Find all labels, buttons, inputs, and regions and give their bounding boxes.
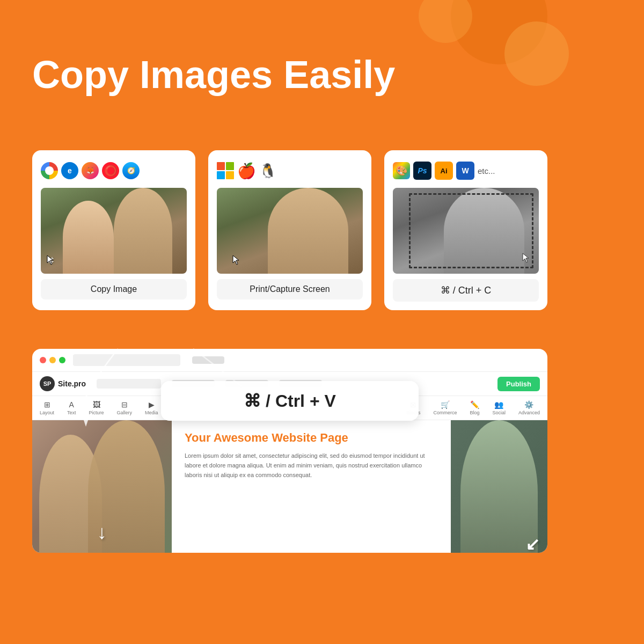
tool-layout-label: Layout: [40, 410, 54, 415]
content-page-title: Your Awesome Website Page: [185, 431, 438, 445]
shortcut-paste-text: ⌘ / Ctrl + V: [244, 391, 336, 411]
tool-blog-label: Blog: [470, 410, 479, 415]
os-card: 🍎 🐧 Print/Capture Screen: [208, 150, 371, 310]
blog-icon: ✏️: [470, 400, 479, 409]
person-content-right-img: [460, 420, 538, 553]
photo-placeholder-3: [393, 188, 539, 274]
top-cards-container: e 🦊 ⭕ 🧭 ⌗ Copy Image: [32, 150, 547, 310]
tl-green: [59, 357, 65, 363]
browser-card-image: ⌗: [41, 188, 187, 274]
windows-icon: [217, 162, 234, 179]
content-image-left: ↓: [32, 420, 172, 553]
tool-commerce-label: Commerce: [433, 410, 457, 415]
tool-text-label: Text: [67, 410, 76, 415]
firefox-icon: 🦊: [82, 162, 99, 179]
opera-icon: ⭕: [102, 162, 119, 179]
picture-icon: 🖼: [93, 400, 100, 409]
cursor-overlay-2: [232, 254, 241, 268]
linux-icon: 🐧: [259, 163, 276, 179]
bg-circle-2: [504, 21, 569, 86]
tool-social[interactable]: 👥 Social: [492, 400, 506, 415]
person-right: [114, 188, 172, 274]
os-card-image: [217, 188, 363, 274]
browser-card-label: Copy Image: [41, 279, 187, 299]
tool-advanced-label: Advanced: [518, 410, 540, 415]
tool-gallery[interactable]: ⊟ Gallery: [117, 400, 133, 415]
content-image-right: ↙: [451, 420, 547, 553]
etc-label: etc...: [478, 166, 495, 175]
tl-yellow: [49, 357, 56, 363]
paint-icon: 🎨: [393, 162, 410, 179]
tool-media-label: Media: [145, 410, 158, 415]
tool-blog[interactable]: ✏️ Blog: [470, 400, 479, 415]
app-card-image: [393, 188, 539, 274]
advanced-icon: ⚙️: [524, 400, 533, 409]
layout-icon: ⊞: [44, 400, 50, 409]
os-icons: 🍎 🐧: [217, 159, 363, 182]
chrome-icon: [41, 162, 58, 179]
corner-arrow-indicator: ↙: [525, 534, 540, 553]
tool-media[interactable]: ▶ Media: [145, 400, 158, 415]
site-logo-circle: SP: [40, 376, 55, 391]
word-icon: W: [456, 162, 474, 180]
content-text-area: Your Awesome Website Page Lorem ipsum do…: [172, 420, 451, 553]
media-icon: ▶: [149, 400, 155, 409]
app-card: 🎨 Ps Ai W etc... ⌘ / Ctrl + C: [384, 150, 547, 310]
down-arrow-indicator: ↓: [97, 521, 107, 544]
apple-icon: 🍎: [237, 162, 256, 180]
tl-red: [40, 357, 46, 363]
tool-social-label: Social: [492, 410, 506, 415]
tool-commerce[interactable]: 🛒 Commerce: [433, 400, 457, 415]
site-name-label: Site.pro: [58, 379, 86, 388]
commerce-icon: 🛒: [441, 400, 450, 409]
tool-text[interactable]: A Text: [67, 400, 76, 415]
photoshop-icon: Ps: [413, 162, 431, 180]
site-url-bar[interactable]: [97, 379, 161, 389]
text-icon: A: [69, 400, 74, 409]
publish-button[interactable]: Publish: [497, 377, 540, 391]
edge-icon: e: [61, 162, 78, 179]
cursor-overlay: [46, 254, 56, 268]
page-title: Copy Images Easily: [32, 54, 395, 96]
tool-picture-label: Picture: [89, 410, 104, 415]
site-logo: SP Site.pro: [40, 376, 86, 391]
browser-chrome-bar: [32, 349, 547, 372]
illustrator-icon: Ai: [435, 162, 453, 180]
os-card-label: Print/Capture Screen: [217, 279, 363, 299]
browser-extra-bar: [192, 356, 224, 364]
tool-advanced[interactable]: ⚙️ Advanced: [518, 400, 540, 415]
cursor-overlay-3: [522, 252, 531, 266]
browser-card: e 🦊 ⭕ 🧭 ⌗ Copy Image: [32, 150, 195, 310]
person-single: [268, 188, 348, 274]
gallery-icon: ⊟: [121, 400, 128, 409]
tool-layout[interactable]: ⊞ Layout: [40, 400, 54, 415]
person-left: [63, 201, 114, 274]
app-card-label: ⌘ / Ctrl + C: [393, 279, 539, 302]
person-bw: [444, 188, 524, 274]
photo-placeholder: [41, 188, 187, 274]
website-content-area: ↓ Your Awesome Website Page Lorem ipsum …: [32, 420, 547, 553]
app-icons: 🎨 Ps Ai W etc...: [393, 159, 539, 182]
tool-gallery-label: Gallery: [117, 410, 133, 415]
social-icon: 👥: [494, 400, 503, 409]
tool-picture[interactable]: 🖼 Picture: [89, 400, 104, 415]
browser-icons: e 🦊 ⭕ 🧭: [41, 159, 187, 182]
shortcut-paste-box: ⌘ / Ctrl + V: [161, 381, 419, 421]
safari-icon: 🧭: [122, 162, 140, 179]
content-body-text: Lorem ipsum dolor sit amet, consectetur …: [185, 451, 438, 480]
browser-url-bar[interactable]: [73, 354, 180, 366]
website-editor-card: SP Site.pro Publish ⊞ Layout A Text 🖼 Pi…: [32, 349, 547, 553]
